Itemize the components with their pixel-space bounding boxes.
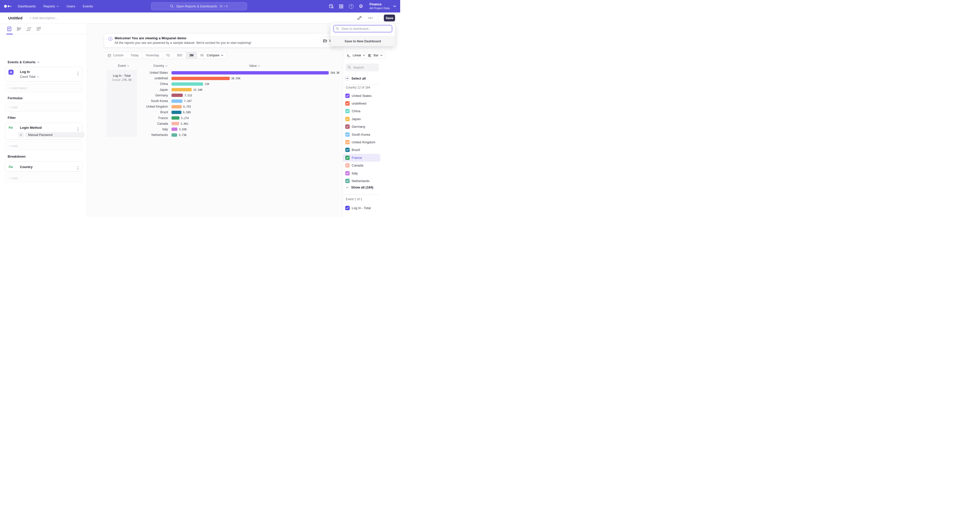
filter-card[interactable]: Aa Login Method = Manual Password [5,123,82,139]
metric-card[interactable]: A Log In Count Total [5,67,82,81]
indeterminate-checkbox[interactable] [345,76,349,80]
country-label: undefined [107,76,168,80]
country-bar[interactable] [172,122,179,125]
nav-item[interactable]: Reports [43,4,59,8]
country-checkbox-label: Germany [352,125,365,128]
country-checkbox[interactable] [345,101,350,106]
country-checkbox[interactable] [345,179,350,183]
save-button[interactable]: Save [384,14,395,21]
tab-funnels[interactable] [17,24,21,35]
help-icon[interactable]: ? [349,4,353,9]
country-bar[interactable] [172,127,177,131]
country-checkbox-row[interactable]: Brazil [343,146,400,154]
filter-options-kebab[interactable] [76,127,80,132]
country-checkbox-row[interactable]: United Kingdom [343,138,400,146]
add-formula-button[interactable]: + Add [5,103,82,112]
add-breakdown-button[interactable]: + Add [5,174,82,182]
country-checkbox[interactable] [345,171,350,176]
breakdown-options-kebab[interactable] [76,165,80,171]
mixpanel-logo[interactable] [4,5,11,8]
country-checkbox-row[interactable]: Canada [343,162,400,170]
chart-type-selector[interactable]: Bar [365,52,386,59]
compare-button[interactable]: Compare [204,52,227,59]
tab-flows[interactable] [27,24,31,35]
add-description[interactable]: + Add description... [30,16,58,20]
breakdown-column-header[interactable]: Country [153,64,167,68]
country-checkbox[interactable] [345,109,350,113]
divider [344,194,379,195]
add-filter-button[interactable]: + Add [5,141,82,150]
country-checkbox[interactable] [345,163,350,168]
select-all-checkbox[interactable]: Select all [345,76,366,80]
country-bar[interactable] [172,88,192,91]
country-bar[interactable] [172,82,203,86]
date-range-segment[interactable]: Yesterday [142,52,162,59]
check-icon [346,149,349,151]
series-search-input[interactable] [345,63,379,71]
breakdown-card[interactable]: Aa Country [5,162,82,172]
metric-name[interactable]: Log In [20,70,30,74]
country-checkbox-row[interactable]: United States [343,92,400,100]
tab-insights[interactable] [7,24,11,35]
filter-property-name[interactable]: Login Method [20,126,41,130]
events-cohorts-header[interactable]: Events & Cohorts [8,60,40,64]
date-range-segment[interactable]: Today [127,52,142,59]
country-bar[interactable] [172,133,177,137]
show-all-toggle[interactable]: Show all (184) [346,185,373,189]
event-checkbox-row[interactable]: Log In - Total [345,206,371,210]
filter-operator[interactable]: = [18,132,24,138]
country-bar[interactable] [172,111,181,114]
value-column-header[interactable]: Value [249,64,260,68]
date-range-segment[interactable]: Custom [104,52,127,59]
country-checkbox[interactable] [345,140,350,144]
aggregation-selector[interactable]: Count Total [20,75,39,79]
country-bar[interactable] [172,100,183,103]
nav-item[interactable]: Events [83,4,93,8]
country-checkbox[interactable] [345,117,350,121]
country-checkbox-row[interactable]: South Korea [343,131,400,138]
country-checkbox-row[interactable]: Germany [343,123,400,131]
save-to-dashboard-input[interactable] [334,25,392,32]
nav-item[interactable]: Users [67,4,75,8]
global-search[interactable]: Open Reports & Dashboards ⌘ + K [151,2,247,10]
country-checkbox[interactable] [345,94,350,98]
country-bar[interactable] [172,77,230,80]
country-checkbox-row[interactable]: Japan [343,115,400,123]
country-bar[interactable] [172,71,329,74]
country-checkbox[interactable] [345,124,350,129]
report-title[interactable]: Untitled [8,16,22,20]
country-bar[interactable] [172,105,182,108]
country-checkbox-row[interactable]: undefined [343,100,400,107]
date-range-segment[interactable]: 7D [162,52,173,59]
apps-grid-icon[interactable] [339,4,344,9]
event-column-header[interactable]: Event [118,64,129,68]
metric-options-kebab[interactable] [76,71,80,76]
country-bar[interactable] [172,94,183,97]
country-checkbox[interactable] [345,132,350,137]
country-checkbox-row[interactable]: France [343,154,380,162]
project-switcher[interactable]: Finance All Project Data [369,3,396,10]
breakdown-property-name[interactable]: Country [20,165,33,169]
bar-chart-icon [368,54,372,57]
country-checkbox-row[interactable]: China [343,107,400,115]
data-management-icon[interactable] [329,4,334,9]
date-range-segment[interactable]: 3M [186,52,197,59]
filter-value[interactable]: Manual Password [25,132,84,138]
country-checkbox[interactable] [345,148,350,152]
event-checkbox[interactable] [345,206,350,210]
more-options-button[interactable] [368,17,372,19]
country-checkbox-row[interactable]: Italy [343,170,400,177]
save-to-new-dashboard-button[interactable]: Save to New Dashboard [331,36,395,46]
add-metric-button[interactable]: + Add Metric [5,84,82,92]
settings-gear-icon[interactable]: ⚙ [359,4,363,9]
tab-retention[interactable] [37,24,41,35]
country-label: Italy [107,127,168,131]
country-checkbox[interactable] [345,155,350,160]
nav-item[interactable]: Dashboards [18,4,36,8]
country-bar[interactable] [172,116,180,120]
country-checkbox-label: undefined [352,101,366,105]
date-range-segment[interactable]: 30D [173,52,186,59]
country-checkbox-row[interactable]: Netherlands [343,177,400,185]
copy-link-icon[interactable] [357,16,362,20]
metric-badge: A [8,70,14,75]
